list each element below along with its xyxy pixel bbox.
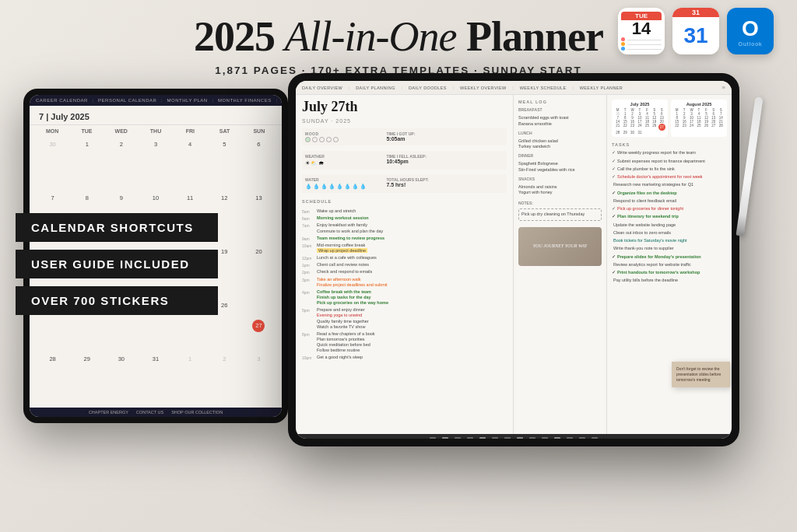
- calendar-month-header: 7 | July 2025: [30, 106, 282, 125]
- toolbar-icon-10[interactable]: [542, 437, 548, 439]
- task-6: ✓Organize files on the desktop: [612, 190, 727, 196]
- reminders-date: 14: [632, 20, 651, 37]
- toolbar-icon-2[interactable]: [442, 437, 448, 439]
- toolbar-icon-14[interactable]: [592, 437, 598, 439]
- toolbar-icon-4[interactable]: [467, 437, 473, 439]
- rt-nav-weekly-planner[interactable]: WEEKLY PLANNER: [580, 86, 623, 90]
- footer-shop[interactable]: SHOP OUR COLLECTION: [171, 410, 223, 415]
- weather-block: WEATHER ☀ ⛅ 🌧: [305, 154, 383, 166]
- weather-label: WEATHER: [305, 154, 383, 159]
- footer-contact[interactable]: CONTACT US: [136, 410, 163, 415]
- outlook-icon[interactable]: O Outlook: [727, 8, 774, 54]
- rt-nav-weekly-schedule[interactable]: WEEKLY SCHEDULE: [520, 86, 567, 90]
- water-cups: 💧 💧 💧 💧 💧 💧 💧 💧: [305, 184, 383, 190]
- footer-brand: CHAPTER ENERGY: [89, 410, 128, 415]
- schedule-list: 5amWake up and stretch 6amMorning workou…: [302, 208, 507, 429]
- mood-circles: [305, 137, 383, 142]
- toolbar-icon-13[interactable]: [579, 437, 585, 439]
- trackers-row: MOOD TIME I GOT UP:: [302, 128, 507, 145]
- task-5: Research new marketing strategies for Q1: [612, 181, 727, 187]
- badge-user-guide: USER GUIDE INCLUDED: [16, 250, 218, 278]
- sched-row-2pm: 2pmCheck and respond to emails: [302, 269, 507, 275]
- water-hours-row: WATER 💧 💧 💧 💧 💧 💧 💧 💧: [302, 174, 507, 193]
- breakfast-label: BREAKFAST: [518, 107, 602, 112]
- badge-calendar-shortcuts: CALENDAR SHORTCUTS: [16, 213, 218, 242]
- sched-row-3pm: 3pmTake an afternoon walkFinalize projec…: [302, 277, 507, 288]
- rt-nav: DAILY OVERVIEW | DAILY PLANNING | DAILY …: [296, 81, 732, 95]
- sched-row-5am: 5amWake up and stretch: [302, 208, 507, 214]
- outlook-label: Outlook: [738, 41, 762, 47]
- day-tue: TUE: [70, 128, 103, 134]
- left-tablet-nav: CAREER CALENDAR | PERSONAL CALENDAR | MO…: [30, 95, 282, 106]
- toolbar-icon-11[interactable]: [554, 437, 560, 439]
- notes-content: Pick up dry cleaning on Thursday: [518, 208, 602, 221]
- rt-nav-daily-planning[interactable]: DAILY PLANNING: [356, 86, 395, 90]
- mini-cal-july-header: July 2025: [614, 102, 665, 107]
- toolbar-icon-6[interactable]: [492, 437, 498, 439]
- toolbar-icon-9[interactable]: [529, 437, 535, 439]
- day-wed: WED: [105, 128, 138, 134]
- sched-row-6am: 6amMorning workout session: [302, 215, 507, 221]
- calendar-day-num: 31: [683, 23, 707, 48]
- reminders-app-icon[interactable]: TUE 14: [618, 8, 665, 54]
- outlook-letter: O: [742, 16, 759, 41]
- rt-nav-menu[interactable]: ≡: [722, 84, 725, 91]
- meal-log-label: MEAL LOG: [518, 100, 602, 104]
- task-15: Review analytics report for website traf…: [612, 261, 727, 268]
- sched-row-5pm: 5pmPrepare and enjoy dinnerEvening yoga …: [302, 307, 507, 330]
- breakfast-items: Scrambled eggs with toastBanana smoothie: [518, 115, 602, 127]
- main-container: 2025 All-in-One Planner 1,871 PAGES · 17…: [0, 0, 797, 532]
- task-list: ✓Write weekly progress report for the te…: [612, 149, 727, 429]
- task-10: Update the website landing page: [612, 222, 727, 228]
- task-4: ✓Schedule doctor's appointment for next …: [612, 173, 727, 180]
- weather-icons: ☀ ⛅ 🌧: [305, 160, 383, 166]
- task-17: Pay utility bills before the deadline: [612, 277, 727, 283]
- task-13: Write thank-you note to supplier: [612, 245, 727, 251]
- sched-row-4pm: 4pmCoffee break with the teamFinish up t…: [302, 289, 507, 306]
- toolbar-icon-8[interactable]: [517, 437, 523, 439]
- middle-area: CAREER CALENDAR | PERSONAL CALENDAR | MO…: [0, 81, 797, 532]
- dinner-items: Spaghetti BologneseStir-Fried vegetables…: [518, 161, 602, 173]
- dinner-label: DINNER: [518, 153, 602, 158]
- rt-nav-weekly-overview[interactable]: WEEKLY OVERVIEW: [460, 86, 507, 90]
- notes-label: NOTES:: [518, 201, 602, 205]
- rt-nav-daily-overview[interactable]: DAILY OVERVIEW: [302, 86, 342, 90]
- toolbar-icon-12[interactable]: [567, 437, 573, 439]
- mini-cal-july-grid: MTWTFSS 30123456 78910111213 14151617181…: [614, 108, 665, 135]
- day-fri: FRI: [174, 128, 206, 134]
- task-8: ✓Pick up groceries for dinner tonight: [612, 205, 727, 212]
- rem-item-1: [621, 37, 662, 41]
- nav-career[interactable]: CAREER CALENDAR: [36, 98, 88, 103]
- lunch-items: Grilled chicken saladTurkey sandwich: [518, 138, 602, 150]
- time-got-up-block: TIME I GOT UP: 5:05am: [386, 131, 504, 142]
- mini-calendars-row: July 2025 MTWTFSS 30123456 78910111213 1…: [612, 100, 727, 137]
- nav-personal[interactable]: PERSONAL CALENDAR: [98, 98, 156, 103]
- tasks-section-label: TASKS: [612, 142, 727, 147]
- nav-finances[interactable]: MONTHLY FINANCES: [218, 98, 272, 103]
- google-calendar-icon[interactable]: 31 31: [672, 8, 719, 54]
- reminders-items: [621, 37, 662, 51]
- task-11: Clean out inbox to zero emails: [612, 229, 727, 236]
- task-3: ✓Call the plumber to fix the sink: [612, 166, 727, 172]
- title-year: 2025: [194, 13, 285, 60]
- feature-badges: CALENDAR SHORTCUTS USER GUIDE INCLUDED O…: [16, 213, 218, 315]
- sched-row-8pm: 8pmRead a few chapters of a bookPlan tom…: [302, 331, 507, 354]
- toolbar-icon-3[interactable]: [455, 437, 461, 439]
- toolbar-icon-7[interactable]: [504, 437, 511, 439]
- rt-nav-doodles[interactable]: DAILY DOODLES: [409, 86, 447, 90]
- mini-cal-aug-header: August 2025: [673, 102, 725, 107]
- weather-water-row: WEATHER ☀ ⛅ 🌧 TIME I FELL ASLEEP: 10:45p…: [302, 151, 507, 170]
- calendar-month-label: 31: [672, 8, 719, 17]
- rt-date-sub: SUNDAY · 2025: [302, 118, 507, 124]
- mood-label: MOOD: [305, 131, 383, 136]
- day-mon: MON: [36, 128, 68, 134]
- nav-monthly[interactable]: MONTHLY PLAN: [167, 98, 208, 103]
- toolbar-icon-5[interactable]: [479, 437, 486, 439]
- sched-row-7am: 7amEnjoy breakfast with familyCommute to…: [302, 222, 507, 233]
- pencil: [736, 97, 764, 237]
- snacks-label: SNACKS: [518, 177, 602, 181]
- time-asleep-block: TIME I FELL ASLEEP: 10:45pm: [386, 154, 504, 166]
- left-tablet-footer: CHAPTER ENERGY CONTACT US SHOP OUR COLLE…: [30, 408, 282, 417]
- toolbar-icon-1[interactable]: [430, 437, 436, 439]
- time-asleep-val: 10:45pm: [386, 159, 504, 164]
